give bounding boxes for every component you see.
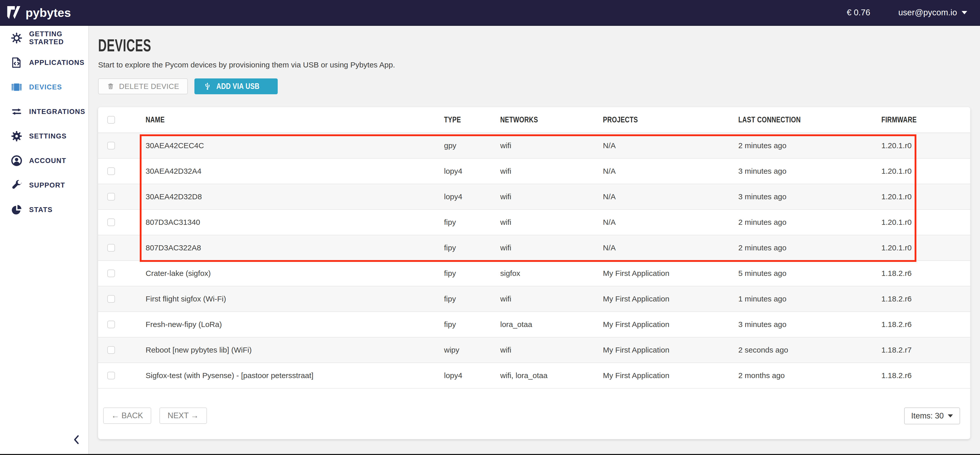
usb-icon: [203, 82, 212, 91]
row-checkbox[interactable]: [107, 295, 115, 303]
device-projects: N/A: [594, 243, 729, 252]
sidebar-item-settings[interactable]: SETTINGS: [0, 124, 88, 148]
column-header-last-connection: LAST CONNECTION: [738, 115, 801, 124]
device-type: lopy4: [435, 167, 491, 175]
column-header-firmware: FIRMWARE: [881, 115, 916, 124]
items-per-page-dropdown[interactable]: Items: 30: [904, 407, 960, 424]
device-projects: N/A: [594, 141, 729, 150]
device-projects: My First Application: [594, 320, 729, 329]
device-type: fipy: [435, 218, 491, 227]
table-row[interactable]: 30AEA42D32D8 lopy4 wifi N/A 3 minutes ag…: [98, 184, 970, 210]
sidebar-collapse-chevron-icon[interactable]: [71, 434, 82, 445]
device-firmware: 1.18.2.r6: [872, 371, 970, 380]
table-row[interactable]: Crater-lake (sigfox) fipy sigfox My Firs…: [98, 261, 970, 286]
device-projects: My First Application: [594, 371, 729, 380]
table-row[interactable]: Sigfox-test (with Pysense) - [pastoor pe…: [98, 363, 970, 388]
sidebar-item-label: SUPPORT: [29, 181, 65, 189]
page-subtitle: Start to explore the Pycom devices by pr…: [98, 60, 980, 69]
device-type: fipy: [435, 243, 491, 252]
table-row[interactable]: First flight sigfox (Wi-Fi) fipy wifi My…: [98, 286, 970, 312]
device-last-connection: 3 minutes ago: [729, 167, 872, 175]
row-checkbox[interactable]: [107, 244, 115, 251]
sidebar-item-label: INTEGRATIONS: [29, 108, 85, 116]
row-checkbox[interactable]: [107, 321, 115, 328]
sidebar-item-label: ACCOUNT: [29, 157, 67, 165]
sidebar-item-label: SETTINGS: [29, 132, 67, 140]
row-checkbox[interactable]: [107, 372, 115, 379]
select-all-checkbox[interactable]: [107, 116, 115, 124]
device-firmware: 1.18.2.r6: [872, 294, 970, 303]
chip-icon: [10, 81, 23, 94]
table-row[interactable]: Reboot [new pybytes lib] (WiFi) wipy wif…: [98, 337, 970, 363]
sidebar-item-label: GETTING STARTED: [29, 30, 88, 46]
window-bottom-edge: [0, 454, 980, 455]
sidebar-item-support[interactable]: SUPPORT: [0, 173, 88, 197]
trash-icon: [107, 83, 115, 90]
devices-table: NAME TYPE NETWORKS PROJECTS LAST CONNECT…: [98, 107, 970, 439]
device-last-connection: 3 minutes ago: [729, 192, 872, 201]
device-type: wipy: [435, 346, 491, 354]
items-per-page-label: Items: 30: [911, 411, 944, 420]
device-last-connection: 3 minutes ago: [729, 320, 872, 329]
sidebar-item-stats[interactable]: STATS: [0, 197, 88, 222]
table-row[interactable]: 30AEA42D32A4 lopy4 wifi N/A 3 minutes ag…: [98, 159, 970, 184]
device-firmware: 1.20.1.r0: [872, 167, 970, 175]
sidebar-item-devices[interactable]: DEVICES: [0, 75, 88, 99]
table-row[interactable]: Fresh-new-fipy (LoRa) fipy lora_otaa My …: [98, 312, 970, 337]
brand-logo[interactable]: pybytes: [7, 6, 71, 20]
column-header-type: TYPE: [444, 115, 461, 124]
device-networks: wifi: [491, 167, 594, 175]
row-checkbox[interactable]: [107, 346, 115, 354]
device-firmware: 1.18.2.r6: [872, 320, 970, 329]
user-email: user@pycom.io: [898, 8, 957, 18]
row-checkbox[interactable]: [107, 269, 115, 277]
add-via-usb-button[interactable]: ADD VIA USB: [194, 78, 278, 94]
toolbar: DELETE DEVICE ADD VIA USB: [98, 78, 980, 94]
table-row[interactable]: 807D3AC322A8 fipy wifi N/A 2 minutes ago…: [98, 235, 970, 261]
back-button[interactable]: ← BACK: [103, 407, 151, 424]
row-checkbox[interactable]: [107, 142, 115, 150]
device-last-connection: 1 minutes ago: [729, 294, 872, 303]
device-type: fipy: [435, 320, 491, 329]
device-firmware: 1.20.1.r0: [872, 141, 970, 150]
row-checkbox[interactable]: [107, 193, 115, 200]
device-name: 30AEA42CEC4C: [137, 141, 435, 150]
user-icon: [10, 154, 23, 167]
device-firmware: 1.20.1.r0: [872, 192, 970, 201]
table-row[interactable]: 807D3AC31340 fipy wifi N/A 2 minutes ago…: [98, 210, 970, 235]
table-row[interactable]: 30AEA42CEC4C gpy wifi N/A 2 minutes ago …: [98, 133, 970, 159]
device-networks: wifi, lora_otaa: [491, 371, 594, 380]
device-type: lopy4: [435, 192, 491, 201]
device-networks: wifi: [491, 294, 594, 303]
device-type: fipy: [435, 269, 491, 278]
column-header-networks: NETWORKS: [500, 115, 538, 124]
sidebar-item-getting-started[interactable]: GETTING STARTED: [0, 26, 88, 50]
sidebar-item-account[interactable]: ACCOUNT: [0, 148, 88, 173]
wrench-icon: [10, 179, 23, 192]
device-firmware: 1.18.2.r7: [872, 346, 970, 354]
device-name: 807D3AC31340: [137, 218, 435, 227]
device-firmware: 1.18.2.r6: [872, 269, 970, 278]
top-bar: pybytes € 0.76 user@pycom.io: [0, 0, 980, 26]
device-networks: wifi: [491, 141, 594, 150]
delete-device-button[interactable]: DELETE DEVICE: [98, 78, 188, 94]
device-firmware: 1.20.1.r0: [872, 243, 970, 252]
pie-chart-icon: [10, 204, 23, 216]
row-checkbox[interactable]: [107, 218, 115, 226]
row-checkbox[interactable]: [107, 167, 115, 175]
device-name: First flight sigfox (Wi-Fi): [137, 294, 435, 303]
device-type: gpy: [435, 141, 491, 150]
next-button[interactable]: NEXT →: [159, 407, 207, 424]
sidebar-item-applications[interactable]: APPLICATIONS: [0, 50, 88, 75]
sidebar-item-integrations[interactable]: INTEGRATIONS: [0, 99, 88, 124]
device-name: 30AEA42D32D8: [137, 192, 435, 201]
device-last-connection: 2 minutes ago: [729, 243, 872, 252]
user-menu[interactable]: user@pycom.io: [898, 8, 967, 18]
device-networks: wifi: [491, 192, 594, 201]
device-name: 807D3AC322A8: [137, 243, 435, 252]
device-last-connection: 2 minutes ago: [729, 218, 872, 227]
device-firmware: 1.20.1.r0: [872, 218, 970, 227]
device-networks: wifi: [491, 243, 594, 252]
device-networks: sigfox: [491, 269, 594, 278]
device-projects: My First Application: [594, 346, 729, 354]
